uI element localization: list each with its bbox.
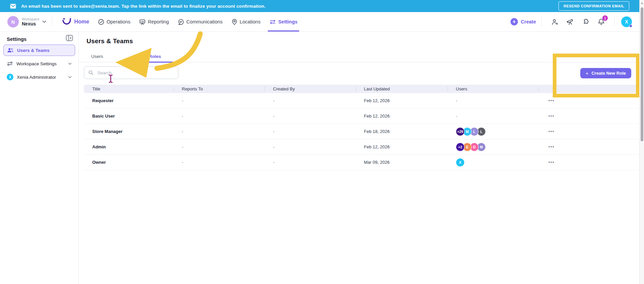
workspace-settings-sliders-icon	[7, 61, 13, 66]
invite-user-button[interactable]	[551, 18, 559, 26]
table-row[interactable]: Store Manager--Feb 18, 2026+29MLL•••	[84, 124, 639, 139]
page-scrollbar[interactable]	[639, 0, 644, 284]
role-users: X	[447, 158, 538, 167]
workspace-avatar: N	[7, 16, 19, 27]
user-avatar: +29	[456, 127, 465, 136]
table-row[interactable]: Requester--Feb 12, 2026-•••	[84, 93, 639, 109]
create-new-role-button[interactable]: + Create New Role	[580, 68, 631, 78]
role-users: -	[447, 98, 538, 103]
column-header-last-updated: Last Updated	[356, 85, 447, 93]
plus-icon: +	[511, 18, 518, 25]
user-avatar[interactable]: X	[621, 16, 632, 27]
tab-users[interactable]: Users	[91, 51, 103, 62]
reporting-board-icon	[139, 19, 146, 25]
search-box	[84, 66, 178, 79]
nav-label-communications: Communications	[186, 19, 223, 24]
resend-confirmation-email-button[interactable]: RESEND CONFIRMATION EMAIL	[558, 1, 629, 11]
role-reports-to: -	[173, 129, 265, 134]
divider	[614, 17, 614, 27]
chevron-down-icon	[68, 63, 72, 65]
nav-label-reporting: Reporting	[148, 19, 169, 24]
explore-button[interactable]	[566, 18, 574, 26]
search-icon	[88, 70, 94, 75]
telescope-icon	[567, 18, 574, 25]
scrollbar-up-arrow-icon[interactable]	[641, 2, 643, 4]
role-reports-to: -	[173, 144, 265, 149]
nav-item-locations[interactable]: Locations	[227, 12, 265, 31]
table-row[interactable]: Admin--Feb 12, 2026+2EDM•••	[84, 139, 639, 155]
nav-items: Home Operations Reporting	[57, 12, 302, 31]
settings-sliders-icon	[269, 19, 276, 25]
role-last-updated: Feb 12, 2026	[356, 98, 447, 103]
confirmation-banner: An email has been sent to sales@xenia.te…	[0, 0, 639, 12]
user-avatar: X	[456, 158, 465, 167]
row-actions-button[interactable]: •••	[544, 160, 554, 165]
role-created-by: -	[265, 98, 356, 103]
chevron-down-icon	[68, 76, 72, 78]
main-content: Users & Teams Users Roles + Create New R…	[79, 32, 639, 284]
status-dot	[629, 24, 632, 27]
table-row[interactable]: Basic User--Feb 12, 2026-•••	[84, 109, 639, 124]
role-actions: •••	[538, 98, 639, 103]
table-row[interactable]: Owner--Mar 09, 2026X•••	[84, 155, 639, 170]
workspace-selector[interactable]: N Workspace Nexus	[7, 16, 46, 27]
sidebar-title: Settings	[7, 36, 26, 42]
create-button-label: Create	[521, 19, 536, 24]
role-actions: •••	[538, 144, 639, 149]
row-actions-button[interactable]: •••	[544, 144, 554, 149]
settings-sidebar: Settings Users & Teams	[0, 32, 79, 284]
nav-item-communications[interactable]: Communications	[173, 12, 227, 31]
row-actions-button[interactable]: •••	[544, 114, 554, 119]
nav-item-reporting[interactable]: Reporting	[135, 12, 173, 31]
role-title: Basic User	[84, 114, 173, 119]
column-header-title: Title	[84, 85, 173, 93]
divider	[52, 17, 52, 27]
roles-table-header: TitleReports ToCreated ByLast UpdatedUse…	[84, 85, 639, 93]
communications-bubble-icon	[178, 19, 184, 25]
create-new-role-label: Create New Role	[591, 71, 626, 76]
tabs: Users Roles	[79, 51, 639, 62]
user-avatar: +2	[456, 143, 465, 151]
operations-check-icon	[98, 19, 104, 25]
envelope-icon	[10, 4, 16, 9]
sidebar-item-label: Workspace Settings	[16, 61, 57, 66]
column-header-users: Users	[447, 85, 538, 93]
person-add-icon	[551, 19, 558, 25]
nav-right-actions: + Create	[511, 16, 632, 27]
collapse-sidebar-button[interactable]	[66, 35, 73, 41]
xenia-administrator-avatar: X	[7, 74, 13, 80]
sidebar-item-users-teams[interactable]: Users & Teams	[3, 45, 75, 56]
sidebar-item-xenia-administrator[interactable]: X Xenia Administrator	[3, 71, 75, 83]
role-created-by: -	[265, 144, 356, 149]
nav-item-home[interactable]: Home	[57, 12, 93, 31]
nav-label-home: Home	[74, 19, 89, 25]
integrations-button[interactable]	[582, 18, 590, 26]
workspace-label: Workspace	[22, 17, 39, 21]
role-actions: •••	[538, 160, 639, 165]
role-title: Admin	[84, 144, 173, 149]
row-actions-button[interactable]: •••	[544, 98, 554, 103]
role-created-by: -	[265, 160, 356, 165]
sidebar-item-label: Users & Teams	[17, 48, 50, 53]
create-button[interactable]: + Create	[511, 18, 536, 25]
app-screen: An email has been sent to sales@xenia.te…	[0, 0, 644, 284]
role-last-updated: Feb 12, 2026	[356, 144, 447, 149]
nav-item-settings[interactable]: Settings	[265, 12, 302, 31]
xenia-logo-icon	[62, 18, 72, 26]
role-users: +29MLL	[447, 127, 538, 136]
puzzle-icon	[582, 18, 589, 25]
notifications-button[interactable]: 1	[597, 18, 605, 26]
scrollbar-thumb[interactable]	[641, 7, 643, 141]
column-header-reports-to: Reports To	[173, 85, 265, 93]
row-actions-button[interactable]: •••	[544, 129, 554, 134]
tab-roles[interactable]: Roles	[137, 51, 173, 63]
search-input[interactable]	[97, 70, 174, 75]
nav-item-operations[interactable]: Operations	[94, 12, 135, 31]
role-reports-to: -	[173, 160, 265, 165]
role-title: Requester	[84, 98, 173, 103]
nav-label-locations: Locations	[240, 19, 261, 24]
sidebar-item-workspace-settings[interactable]: Workspace Settings	[3, 58, 75, 69]
role-created-by: -	[265, 114, 356, 119]
role-created-by: -	[265, 129, 356, 134]
role-reports-to: -	[173, 98, 265, 103]
